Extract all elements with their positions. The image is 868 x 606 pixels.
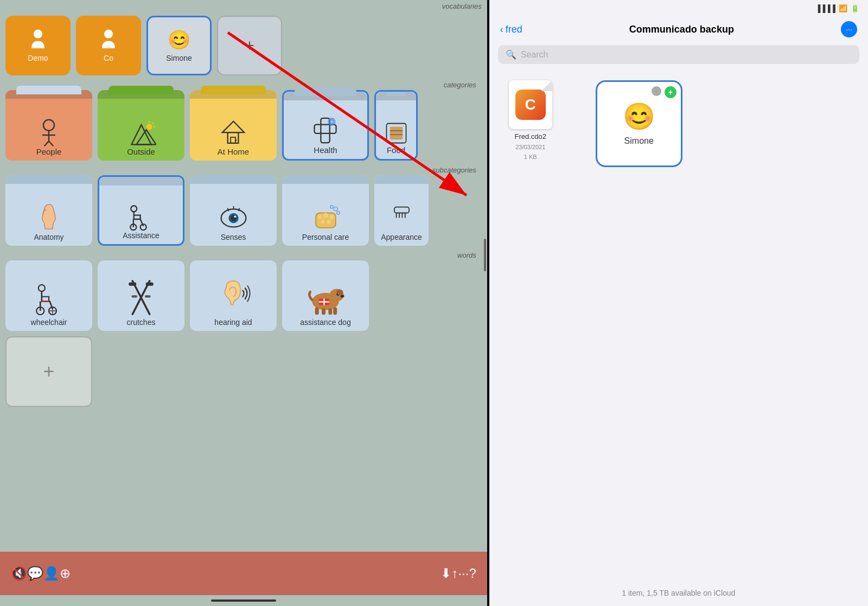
svg-point-39 (321, 220, 324, 224)
vocab-card-co[interactable]: Co (76, 16, 141, 75)
subcat-card-senses[interactable]: Senses (190, 175, 277, 246)
icloud-content: C Fred.cdo2 23/03/2021 1 KB + 😊 Simone (489, 69, 868, 580)
home-indicator (0, 595, 487, 606)
svg-point-49 (39, 285, 45, 291)
categories-section: categories People (0, 79, 487, 164)
icloud-header: ‹ fred Communicado backup ··· (489, 12, 868, 42)
word-card-assistancedog[interactable]: assistance dog (282, 260, 369, 331)
subcategories-section: subcategories Anatomy (0, 164, 487, 249)
word-assistancedog-label: assistance dog (300, 318, 350, 327)
green-plus-dot: + (665, 86, 676, 98)
gray-dot (652, 86, 661, 96)
cat-card-athome[interactable]: At Home (190, 90, 277, 161)
svg-point-64 (338, 294, 339, 295)
simone-card-icloud[interactable]: + 😊 Simone (596, 80, 682, 167)
svg-rect-44 (394, 207, 409, 213)
bottom-toolbar: 🔇 💬 👤 ⊕ ⬇ ↑ ··· ? (0, 552, 487, 595)
word-card-hearingaid[interactable]: hearing aid (190, 260, 277, 331)
svg-point-40 (327, 220, 330, 224)
more-options-button[interactable]: ··· (841, 21, 857, 37)
vocab-card-add[interactable]: + (217, 16, 282, 75)
back-label: fred (506, 24, 522, 35)
scrollbar[interactable] (484, 239, 486, 271)
search-icon: 🔍 (506, 49, 516, 60)
cat-card-food[interactable]: Food (374, 90, 418, 161)
cat-card-health[interactable]: + Health (282, 90, 369, 161)
subcat-assistance-label: Assistance (123, 231, 159, 240)
svg-text:+: + (330, 119, 333, 125)
help-icon[interactable]: ? (469, 566, 476, 581)
word-wheelchair-label: wheelchair (31, 318, 67, 327)
subcat-appearance-label: Appearance (381, 233, 422, 241)
svg-point-2 (43, 120, 54, 131)
svg-point-9 (146, 124, 152, 130)
svg-rect-67 (322, 308, 326, 315)
simone-smiley-icon: 😊 (623, 101, 655, 132)
back-button[interactable]: ‹ fred (500, 24, 522, 35)
battery-icon: 🔋 (851, 4, 859, 12)
aac-left-panel: vocabularies Demo Co 😊 Simone + (0, 0, 487, 606)
cat-athome-label: At Home (218, 147, 249, 156)
cat-food-label: Food (387, 145, 405, 155)
svg-point-31 (234, 215, 236, 218)
svg-point-65 (340, 295, 344, 297)
signal-icon: ▐▐▐▐ (815, 4, 835, 12)
back-chevron-icon: ‹ (500, 24, 503, 35)
subcat-card-assistance[interactable]: Assistance (98, 175, 184, 246)
file-icon-fred: C (509, 80, 552, 129)
simone-card-label: Simone (624, 136, 654, 146)
chat-icon[interactable]: 💬 (27, 566, 43, 581)
svg-marker-8 (136, 130, 156, 144)
svg-rect-56 (129, 283, 136, 286)
svg-point-41 (334, 207, 337, 210)
svg-rect-22 (390, 127, 402, 139)
svg-point-38 (329, 215, 333, 219)
svg-rect-15 (231, 137, 235, 143)
file-item-fred[interactable]: C Fred.cdo2 23/03/2021 1 KB (498, 80, 563, 167)
svg-point-36 (317, 215, 321, 219)
user-icon[interactable]: 👤 (43, 566, 60, 581)
share-icon[interactable]: ↑ (451, 566, 458, 581)
add-word-card[interactable]: + (5, 336, 92, 407)
subcat-card-anatomy[interactable]: Anatomy (5, 175, 92, 246)
subcat-senses-label: Senses (221, 233, 246, 241)
subcat-card-appearance[interactable]: Appearance (374, 175, 429, 246)
files-row: C Fred.cdo2 23/03/2021 1 KB + 😊 Simone (498, 80, 859, 167)
cat-card-outside[interactable]: Outside (98, 90, 184, 161)
icloud-right-panel: ▐▐▐▐ 📶 🔋 ‹ fred Communicado backup ··· 🔍… (489, 0, 868, 606)
svg-point-42 (330, 206, 333, 209)
subcat-card-personalcare[interactable]: Personal care (282, 175, 369, 246)
status-bar: ▐▐▐▐ 📶 🔋 (489, 0, 868, 12)
add-vocab-icon: + (245, 36, 254, 55)
mute-icon[interactable]: 🔇 (11, 566, 27, 581)
svg-rect-66 (315, 307, 318, 315)
words-label: words (5, 249, 482, 260)
cat-card-people[interactable]: People (5, 90, 92, 161)
svg-rect-57 (146, 283, 154, 286)
cat-health-label: Health (314, 145, 337, 155)
vocabularies-label: vocabularies (0, 0, 487, 11)
subcat-personalcare-label: Personal care (302, 233, 349, 241)
svg-rect-59 (145, 295, 151, 297)
file-size: 1 KB (524, 154, 537, 160)
word-card-crutches[interactable]: crutches (98, 260, 184, 331)
vocab-card-simone[interactable]: 😊 Simone (146, 16, 212, 75)
subcategories-label: subcategories (5, 164, 482, 175)
download-icon[interactable]: ⬇ (441, 566, 451, 581)
vocab-card-demo[interactable]: Demo (5, 16, 71, 75)
add-message-icon[interactable]: ⊕ (60, 566, 71, 581)
subcat-anatomy-label: Anatomy (34, 233, 63, 241)
cat-outside-label: Outside (127, 147, 155, 156)
icloud-title: Communicado backup (529, 24, 834, 35)
words-row: wheelchair crutches (5, 260, 482, 331)
file-date: 23/03/2021 (515, 144, 545, 150)
svg-marker-13 (222, 121, 244, 132)
search-bar[interactable]: 🔍 Search (498, 45, 859, 64)
vocab-card-co-label: Co (104, 54, 113, 62)
subcat-row: Anatomy Assistance (5, 175, 482, 246)
icloud-footer: 1 item, 1,5 TB available on iCloud (489, 580, 868, 606)
svg-rect-58 (132, 295, 138, 297)
word-card-wheelchair[interactable]: wheelchair (5, 260, 92, 331)
svg-point-16 (235, 139, 237, 141)
more-icon[interactable]: ··· (458, 566, 469, 581)
